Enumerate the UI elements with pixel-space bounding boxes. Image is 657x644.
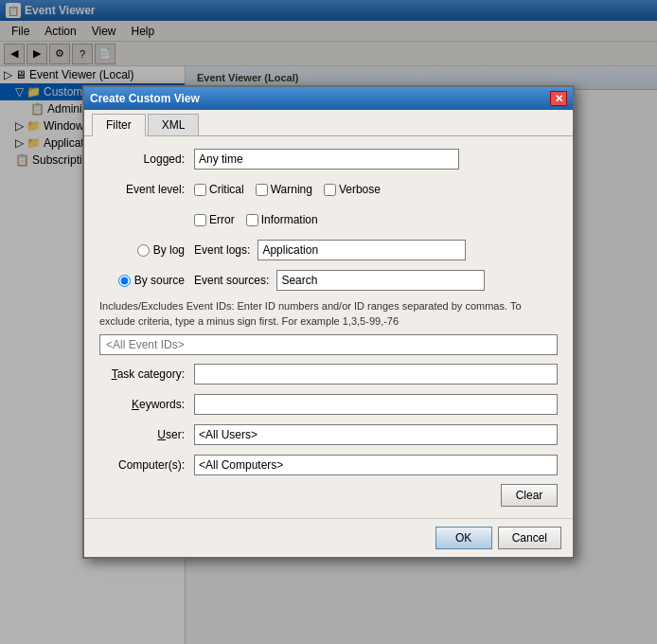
event-sources-dropdown-wrapper: Search	[276, 270, 485, 291]
by-log-radio[interactable]	[137, 244, 150, 257]
information-checkbox[interactable]	[246, 214, 258, 226]
keywords-label-cell: Keywords:	[99, 398, 185, 411]
by-log-label: By log	[153, 243, 185, 257]
event-level-checkboxes: Critical Warning Verbose	[194, 183, 381, 196]
keywords-row: Keywords:	[99, 393, 558, 416]
task-category-label: Task category:	[99, 367, 185, 381]
keywords-dropdown	[194, 394, 558, 415]
task-category-label-rest: ask category:	[117, 367, 185, 381]
event-id-wrapper	[99, 334, 558, 355]
by-log-radio-item[interactable]: By log	[99, 243, 185, 257]
computer-label: Computer(s):	[99, 458, 185, 472]
create-custom-view-dialog: Create Custom View ✕ Filter XML Logged: …	[82, 85, 575, 559]
error-checkbox[interactable]	[194, 214, 206, 226]
critical-label: Critical	[209, 183, 244, 196]
event-sources-select[interactable]: Search	[276, 270, 485, 291]
checkbox-warning[interactable]: Warning	[256, 183, 312, 196]
verbose-label: Verbose	[339, 183, 381, 196]
user-rest: ser:	[166, 428, 185, 441]
dialog-body: Logged: Any time Last hour Last 12 hours…	[84, 136, 573, 518]
by-source-row: By source Event sources: Search	[99, 269, 558, 292]
event-logs-select[interactable]: Application	[257, 240, 466, 260]
by-source-radio-item[interactable]: By source	[99, 274, 185, 287]
warning-checkbox[interactable]	[256, 184, 268, 196]
event-logs-label: Event logs:	[194, 243, 250, 257]
warning-label: Warning	[271, 183, 312, 196]
critical-checkbox[interactable]	[194, 184, 206, 196]
checkbox-critical[interactable]: Critical	[194, 183, 244, 196]
user-row: User:	[99, 423, 558, 446]
logged-label: Logged:	[99, 152, 185, 166]
tab-bar: Filter XML	[84, 110, 573, 136]
verbose-checkbox[interactable]	[324, 184, 336, 196]
user-input[interactable]	[194, 424, 558, 445]
by-source-label-cell: By source	[99, 274, 185, 287]
logged-row: Logged: Any time Last hour Last 12 hours…	[99, 148, 558, 170]
checkbox-verbose[interactable]: Verbose	[324, 183, 381, 196]
event-logs-dropdown-wrapper: Application	[257, 240, 466, 260]
by-log-row: By log Event logs: Application	[99, 239, 558, 261]
event-level-label: Event level:	[99, 183, 185, 196]
clear-row: Clear	[99, 484, 558, 507]
computer-input[interactable]	[194, 455, 558, 475]
logged-dropdown-wrapper: Any time Last hour Last 12 hours Last 24…	[194, 149, 459, 170]
ok-button[interactable]: OK	[435, 527, 492, 549]
error-label: Error	[209, 213, 235, 226]
by-source-radio[interactable]	[118, 275, 131, 287]
checkbox-error[interactable]: Error	[194, 213, 235, 226]
by-source-label: By source	[134, 274, 185, 287]
clear-button[interactable]: Clear	[501, 484, 558, 507]
by-log-label-cell: By log	[99, 243, 185, 257]
task-category-select[interactable]	[194, 364, 558, 385]
computer-row: Computer(s):	[99, 454, 558, 476]
event-sources-label: Event sources:	[194, 274, 269, 287]
task-category-row: Task category:	[99, 363, 558, 385]
information-label: Information	[261, 213, 318, 226]
computer-label-text: Computer(s):	[118, 458, 185, 472]
error-info-row: Error Information	[194, 208, 558, 231]
error-info-checkboxes: Error Information	[194, 213, 318, 226]
event-level-row: Event level: Critical Warning Verbose	[99, 178, 558, 201]
dialog-title: Create Custom View	[90, 92, 200, 105]
dialog-footer: OK Cancel	[84, 518, 573, 557]
event-id-input[interactable]	[99, 334, 558, 355]
user-underline: U	[157, 428, 166, 441]
user-label: User:	[99, 428, 185, 441]
dialog-overlay: Create Custom View ✕ Filter XML Logged: …	[0, 0, 657, 644]
logged-select[interactable]: Any time Last hour Last 12 hours Last 24…	[194, 149, 459, 170]
dialog-close-button[interactable]: ✕	[550, 91, 567, 106]
tab-filter[interactable]: Filter	[92, 114, 146, 136]
cancel-button[interactable]: Cancel	[498, 527, 561, 549]
checkbox-information[interactable]: Information	[246, 213, 318, 226]
dialog-title-bar: Create Custom View ✕	[84, 87, 573, 110]
task-category-dropdown	[194, 364, 558, 385]
tab-xml[interactable]: XML	[148, 114, 200, 135]
keywords-underline: K	[132, 398, 139, 411]
description-text: Includes/Excludes Event IDs: Enter ID nu…	[99, 299, 558, 329]
keywords-select[interactable]	[194, 394, 558, 415]
keywords-rest: eywords:	[139, 398, 185, 411]
